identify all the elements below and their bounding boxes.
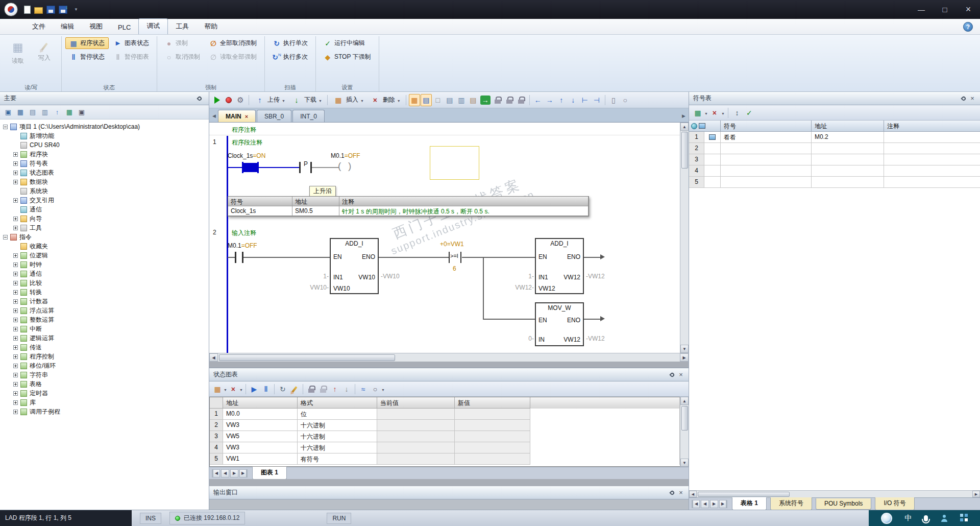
scrollbar-thumb[interactable]: [698, 492, 790, 497]
run-icon[interactable]: [211, 94, 223, 106]
program-status-button[interactable]: 程序状态: [65, 37, 109, 49]
delete-row-icon[interactable]: [709, 107, 720, 119]
pou-properties-icon[interactable]: [608, 94, 619, 106]
edge-contact-symbol[interactable]: [299, 162, 301, 173]
symbol-addressing-icon[interactable]: [421, 94, 432, 106]
address-cell[interactable]: [812, 165, 884, 177]
symbol-cell[interactable]: [721, 154, 812, 165]
address-cell[interactable]: M0.2: [812, 132, 884, 143]
scrollbar-thumb[interactable]: [681, 406, 688, 431]
goto-icon[interactable]: [480, 95, 491, 105]
expander-icon[interactable]: [13, 290, 18, 295]
unforce-all-button[interactable]: 全部取消强制: [205, 37, 261, 49]
network-number[interactable]: 1: [213, 138, 216, 146]
lock-add-icon[interactable]: [516, 94, 527, 106]
network-comment[interactable]: 程序段注释: [232, 138, 262, 147]
scroll-right-icon[interactable]: ▶: [680, 353, 689, 362]
expander-icon[interactable]: [13, 364, 18, 368]
app-logo-icon[interactable]: [4, 3, 18, 16]
unlock-icon[interactable]: [317, 383, 329, 395]
expander-icon[interactable]: [13, 171, 18, 175]
help-icon[interactable]: [963, 22, 973, 32]
pin-icon[interactable]: [669, 372, 675, 377]
status-chart-icon[interactable]: [27, 107, 38, 118]
chart-pause-icon[interactable]: ‖: [260, 383, 272, 395]
first-tab-icon[interactable]: [692, 500, 700, 508]
format-cell[interactable]: 十六进制: [298, 442, 377, 453]
monitor-icon[interactable]: [699, 123, 705, 129]
minimize-button[interactable]: [910, 0, 933, 19]
tab-pou-symbols[interactable]: POU Symbols: [816, 498, 871, 510]
expander-icon[interactable]: [13, 281, 18, 285]
address-cell[interactable]: [812, 143, 884, 154]
tree-item-communications[interactable]: 通信: [0, 269, 209, 278]
symbol-filter-icon[interactable]: [691, 123, 697, 129]
delete-chart-icon[interactable]: [228, 383, 239, 395]
scrollbar-thumb[interactable]: [219, 354, 395, 361]
chart-refresh-icon[interactable]: ↻: [277, 383, 288, 395]
scroll-down-icon[interactable]: ▼: [680, 345, 689, 353]
tree-item-float-math[interactable]: 浮点运算: [0, 306, 209, 315]
last-tab-icon[interactable]: [239, 469, 248, 477]
download-button[interactable]: 下载: [288, 94, 325, 106]
next-tab-icon[interactable]: [710, 500, 718, 508]
touch-point-right-icon[interactable]: [591, 94, 602, 106]
horizontal-scrollbar[interactable]: ◀ ▶: [209, 353, 689, 362]
read-button[interactable]: 读取: [5, 37, 31, 65]
tab-io-symbols[interactable]: I/O 符号: [875, 497, 914, 510]
close-button[interactable]: [957, 0, 980, 19]
tree-item-symbol-table[interactable]: 符号表: [0, 159, 209, 168]
horizontal-scrollbar[interactable]: ◀ ▶: [689, 490, 980, 497]
trend-view-icon[interactable]: ≈: [358, 383, 369, 395]
bookmark-previous-icon[interactable]: [456, 94, 467, 106]
tree-item-whats-new[interactable]: 新增功能: [0, 131, 209, 140]
read-all-forced-button[interactable]: 读取全部强制: [205, 51, 261, 63]
expander-icon[interactable]: [13, 226, 18, 230]
scroll-left-icon[interactable]: ◀: [689, 491, 697, 497]
download-to-plc-icon[interactable]: [59, 6, 67, 14]
last-tab-icon[interactable]: [719, 500, 727, 508]
expander-icon[interactable]: [13, 400, 18, 405]
tree-item-compare[interactable]: 比较: [0, 278, 209, 288]
address-cell[interactable]: M0.0: [223, 409, 298, 420]
comment-cell[interactable]: [884, 177, 980, 188]
expander-icon[interactable]: [13, 272, 18, 276]
previous-tab-icon[interactable]: [701, 500, 709, 508]
expander-icon[interactable]: [13, 327, 18, 331]
toggle-annotation-icon[interactable]: [620, 94, 631, 106]
tree-item-program-control[interactable]: 程序控制: [0, 352, 209, 361]
close-tab-icon[interactable]: [245, 113, 248, 119]
expander-icon[interactable]: [13, 354, 18, 359]
pause-chart-button[interactable]: 暂停图表: [110, 51, 153, 63]
expander-icon[interactable]: [13, 391, 18, 396]
vertical-scrollbar[interactable]: ▲ ▼: [680, 123, 689, 353]
save-icon[interactable]: [46, 6, 55, 14]
symbol-cell[interactable]: [721, 165, 812, 177]
tree-item-counters[interactable]: 计数器: [0, 297, 209, 306]
force-button[interactable]: 强制: [161, 37, 204, 49]
expander-icon[interactable]: [13, 345, 18, 350]
tab-scroll-left-icon[interactable]: [210, 111, 218, 121]
expander-icon[interactable]: [13, 318, 18, 322]
ime-menu-icon[interactable]: [960, 514, 963, 517]
touch-point-left-icon[interactable]: [579, 94, 591, 106]
network-comment[interactable]: 输入注释: [232, 229, 256, 237]
address-cell[interactable]: [812, 177, 884, 188]
column-header-address[interactable]: 地址: [223, 397, 298, 409]
data-block-icon[interactable]: [39, 107, 51, 118]
column-header-new[interactable]: 新值: [455, 397, 530, 409]
pin-icon[interactable]: [961, 95, 966, 101]
tree-item-instructions[interactable]: 指令: [0, 232, 209, 242]
new-chart-icon[interactable]: [212, 383, 223, 395]
execute-multiple-button[interactable]: 执行多次: [268, 51, 312, 63]
current-value-cell[interactable]: [377, 409, 455, 420]
tree-item-project[interactable]: 项目 1 (C:\Users\Administrator\Desktop\caa…: [0, 122, 209, 131]
insert-row-icon[interactable]: [692, 107, 703, 119]
expander-icon[interactable]: [13, 161, 18, 166]
compare-contact[interactable]: [449, 252, 450, 263]
ime-language-icon[interactable]: 中: [904, 514, 912, 523]
tree-item-bit-logic[interactable]: 位逻辑: [0, 251, 209, 260]
column-header-symbol[interactable]: 符号: [721, 121, 812, 132]
tree-item-status-chart[interactable]: 状态图表: [0, 168, 209, 177]
new-value-cell[interactable]: [455, 409, 530, 420]
